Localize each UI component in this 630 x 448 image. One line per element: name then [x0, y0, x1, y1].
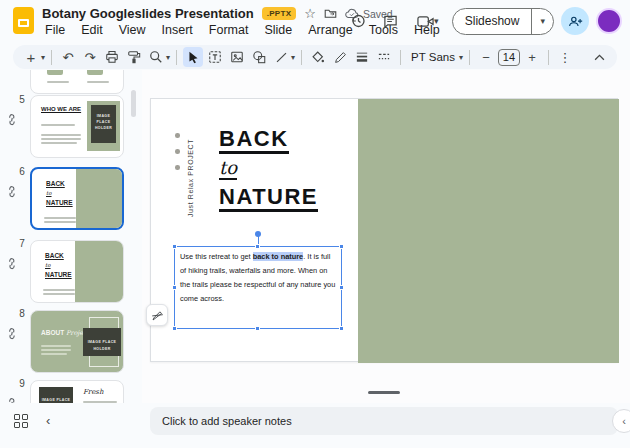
share-button[interactable]: [561, 7, 589, 35]
grid-view-icon[interactable]: [14, 414, 30, 430]
selected-text-highlight: back to nature: [253, 252, 304, 261]
notes-resize-handle[interactable]: [368, 391, 400, 394]
slide-7-link-icon: [3, 253, 25, 275]
slide-filmstrip: 5 WHO WE ARE IMAGE PLACE HOLDER 6 BACK t…: [0, 70, 142, 403]
handle-top-center[interactable]: [255, 244, 260, 249]
google-slides-app: Botany Googleslides Presentation .PPTX ☆…: [0, 0, 630, 448]
paint-format-icon[interactable]: [124, 47, 144, 67]
redo-button[interactable]: ↷: [80, 47, 100, 67]
more-options-button[interactable]: ⋮: [555, 47, 575, 67]
font-size-input[interactable]: 14: [498, 49, 520, 66]
handle-mid-left[interactable]: [172, 285, 177, 290]
handle-mid-right[interactable]: [339, 285, 344, 290]
slideshow-dropdown[interactable]: ▾: [531, 9, 553, 34]
slideshow-button[interactable]: Slideshow ▾: [452, 8, 554, 35]
bullet-dot-2: [175, 149, 180, 154]
slide-8-link-icon: [3, 323, 25, 345]
body-text-box-selected[interactable]: Use this retreat to get back to nature. …: [174, 246, 342, 329]
body-text[interactable]: Use this retreat to get back to nature. …: [175, 247, 341, 309]
menu-format[interactable]: Format: [202, 22, 256, 38]
slide-number-5: 5: [14, 94, 30, 105]
bottom-bar: ‹ Click to add speaker notes ‹: [0, 403, 630, 448]
slide-canvas[interactable]: Just Relax PROJECT BACK to NATURE Use th…: [142, 70, 630, 403]
star-icon[interactable]: ☆: [304, 6, 316, 21]
insert-shape-tool[interactable]: [249, 47, 269, 67]
handle-top-left[interactable]: [172, 244, 177, 249]
collapse-filmstrip-icon[interactable]: ‹: [46, 413, 50, 428]
menu-file[interactable]: File: [38, 22, 72, 38]
menu-edit[interactable]: Edit: [74, 22, 110, 38]
fill-color-tool[interactable]: [308, 47, 328, 67]
collapse-panel-right-icon[interactable]: ‹: [612, 409, 630, 433]
slide-title[interactable]: BACK to NATURE: [219, 127, 359, 212]
filmstrip-scrollbar[interactable]: [131, 90, 136, 117]
thumbnail-slide-5[interactable]: WHO WE ARE IMAGE PLACE HOLDER: [30, 95, 124, 158]
font-caret[interactable]: ▾: [459, 53, 463, 62]
handle-bottom-center[interactable]: [255, 326, 260, 331]
line-caret[interactable]: ▾: [291, 53, 295, 62]
slide-number-7: 7: [14, 238, 30, 249]
handle-bottom-left[interactable]: [172, 326, 177, 331]
meet-dropdown-caret[interactable]: ▾: [434, 16, 439, 26]
handle-bottom-right[interactable]: [339, 326, 344, 331]
bullet-dot-1: [175, 133, 180, 138]
slide-6-link-icon: [3, 181, 25, 203]
border-color-tool[interactable]: [330, 47, 350, 67]
version-history-icon[interactable]: [345, 8, 371, 34]
insert-line-tool[interactable]: [271, 47, 291, 67]
menu-insert[interactable]: Insert: [155, 22, 200, 38]
header: Botany Googleslides Presentation .PPTX ☆…: [0, 0, 630, 42]
slide-number-9: 9: [14, 378, 30, 389]
thumbnail-slide-9[interactable]: IMAGE PLACE HOLDER Fresh: [30, 380, 124, 403]
new-slide-caret[interactable]: ▾: [41, 53, 45, 62]
slides-logo-icon[interactable]: [13, 7, 34, 34]
border-weight-tool[interactable]: [352, 47, 372, 67]
person-add-icon: [568, 15, 583, 28]
font-family-select[interactable]: PT Sans: [407, 51, 459, 63]
text-box-tool[interactable]: [205, 47, 225, 67]
hide-menus-button[interactable]: [589, 47, 609, 67]
zoom-caret[interactable]: ▾: [166, 53, 170, 62]
slide-5-link-icon: [3, 109, 25, 131]
slide-number-6: 6: [14, 166, 30, 177]
new-slide-button[interactable]: +: [21, 47, 41, 67]
thumbnail-slide-4[interactable]: [30, 70, 124, 94]
speaker-notes-input[interactable]: Click to add speaker notes: [150, 407, 618, 435]
insert-image-tool[interactable]: [227, 47, 247, 67]
menu-view[interactable]: View: [112, 22, 153, 38]
slide-number-8: 8: [14, 308, 30, 319]
thumbnail-slide-6-selected[interactable]: BACK to NATURE: [30, 167, 124, 230]
increase-font-button[interactable]: +: [522, 47, 542, 67]
print-icon[interactable]: [102, 47, 122, 67]
vertical-project-label[interactable]: Just Relax PROJECT: [187, 127, 194, 217]
rotation-handle[interactable]: [255, 231, 261, 237]
slide-9-link-icon: [3, 393, 25, 403]
current-slide[interactable]: Just Relax PROJECT BACK to NATURE Use th…: [150, 98, 618, 362]
pen-annotate-button[interactable]: [146, 304, 168, 326]
menu-slide[interactable]: Slide: [257, 22, 299, 38]
pptx-badge: .PPTX: [262, 7, 297, 20]
move-folder-icon[interactable]: [324, 7, 337, 20]
border-dash-tool[interactable]: [374, 47, 394, 67]
thumbnail-slide-8[interactable]: ABOUT Project IMAGE PLACE HOLDER: [30, 310, 124, 373]
meet-camera-icon[interactable]: ▾: [411, 8, 445, 34]
bullet-dot-3: [175, 165, 180, 170]
account-avatar[interactable]: [596, 8, 622, 34]
thumbnail-slide-7[interactable]: BACK to NATURE: [30, 240, 124, 303]
toolbar: + ▾ ↶ ↷ ▾ ▾: [13, 45, 617, 69]
undo-button[interactable]: ↶: [58, 47, 78, 67]
document-title[interactable]: Botany Googleslides Presentation: [42, 6, 254, 21]
select-tool[interactable]: [183, 47, 203, 67]
handle-top-right[interactable]: [339, 244, 344, 249]
decrease-font-button[interactable]: −: [476, 47, 496, 67]
slide-green-panel[interactable]: [358, 99, 619, 363]
zoom-icon[interactable]: [146, 47, 166, 67]
comments-icon[interactable]: [378, 8, 404, 34]
